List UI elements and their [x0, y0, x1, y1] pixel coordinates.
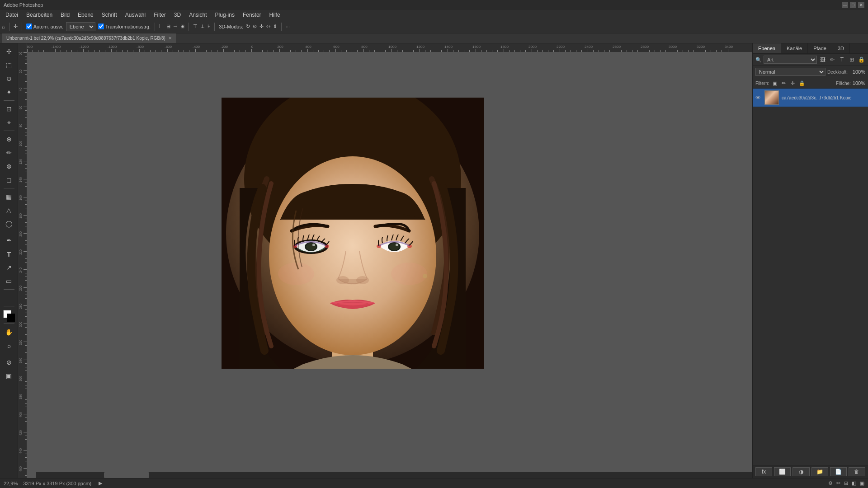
- 3d-btn-4[interactable]: ⇔: [266, 23, 270, 29]
- more-tools-btn[interactable]: ···: [286, 24, 290, 29]
- menu-bild[interactable]: Bild: [57, 11, 73, 19]
- menu-datei[interactable]: Datei: [2, 11, 22, 19]
- pen-tool[interactable]: ✒: [3, 234, 15, 247]
- tab-kanaele[interactable]: Kanäle: [781, 43, 808, 53]
- new-group-btn[interactable]: 📁: [811, 467, 828, 476]
- horizontal-scrollbar-thumb[interactable]: [104, 472, 149, 478]
- minimize-button[interactable]: —: [842, 2, 848, 8]
- shape-tool[interactable]: ▭: [3, 275, 15, 287]
- lock-pixels-btn[interactable]: ✏: [780, 80, 788, 87]
- app-title: Adobe Photoshop: [4, 2, 43, 8]
- menu-3d[interactable]: 3D: [170, 11, 184, 19]
- status-icon-4[interactable]: ◧: [852, 480, 856, 486]
- layer-visibility-toggle[interactable]: 👁: [755, 94, 762, 101]
- menu-ansicht[interactable]: Ansicht: [185, 11, 210, 19]
- hand-tool[interactable]: ✋: [3, 326, 15, 338]
- 3d-btn-2[interactable]: ⊙: [253, 23, 257, 29]
- menu-hilfe[interactable]: Hilfe: [266, 11, 284, 19]
- eyedrop-tool[interactable]: ⌖: [3, 116, 15, 129]
- status-icon-3[interactable]: ⊞: [844, 480, 848, 486]
- lock-transparent-btn[interactable]: ▣: [771, 80, 778, 87]
- menu-filter[interactable]: Filter: [150, 11, 170, 19]
- status-icon-5[interactable]: ▣: [860, 480, 864, 486]
- document-tab-name: Unbenannt-1 bei 22,9% (ca7aedc30a2d3c90d…: [6, 36, 165, 41]
- tab-ebenen[interactable]: Ebenen: [753, 43, 781, 53]
- magic-wand-tool[interactable]: ✦: [3, 86, 15, 99]
- color-swatch[interactable]: [3, 310, 15, 322]
- transform-checkbox-item[interactable]: Transformationsstrg.: [98, 23, 151, 29]
- close-button[interactable]: ✕: [858, 2, 864, 8]
- layer-toolbar-btn-2[interactable]: ✏: [828, 56, 836, 64]
- extra-tools-btn[interactable]: ···: [3, 291, 15, 304]
- opacity-value[interactable]: 100%: [849, 69, 865, 75]
- status-icon-1[interactable]: ⚙: [828, 480, 833, 486]
- menu-ebene[interactable]: Ebene: [74, 11, 97, 19]
- layer-toolbar-btn-1[interactable]: 🖼: [819, 56, 826, 64]
- menu-bearbeiten[interactable]: Bearbeiten: [23, 11, 56, 19]
- align-bottom-btn[interactable]: ⊦: [208, 23, 210, 29]
- path-select-tool[interactable]: ↗: [3, 261, 15, 274]
- move-tool-btn[interactable]: ✢: [14, 23, 18, 29]
- align-center-btn[interactable]: ⊟: [166, 23, 170, 29]
- background-color[interactable]: [7, 314, 15, 322]
- horizontal-scrollbar[interactable]: [36, 472, 752, 478]
- 3d-rotate-icon: ↻: [246, 23, 250, 29]
- layer-toolbar-btn-4[interactable]: ⊞: [848, 56, 855, 64]
- blur-tool[interactable]: △: [3, 204, 15, 216]
- crop-tool[interactable]: ⊡: [3, 103, 15, 115]
- menu-schrift[interactable]: Schrift: [98, 11, 121, 19]
- auto-select-checkbox[interactable]: Autom. ausw.: [26, 23, 63, 29]
- 3d-btn-3[interactable]: ✛: [259, 23, 264, 29]
- layer-item[interactable]: 👁 ca7aedc30a2d3c...f73db2b1 Kopie: [753, 89, 868, 107]
- image-container[interactable]: [222, 98, 484, 369]
- zoom-tool[interactable]: ⌕: [3, 339, 15, 352]
- home-btn[interactable]: ⌂: [2, 24, 5, 29]
- tab-3d[interactable]: 3D: [832, 43, 850, 53]
- menu-plugins[interactable]: Plug-ins: [212, 11, 238, 19]
- dodge-tool[interactable]: ◯: [3, 217, 15, 230]
- tab-pfade[interactable]: Pfade: [808, 43, 832, 53]
- brush-tool[interactable]: ✏: [3, 146, 15, 159]
- toolbox-sep-3: [4, 188, 14, 188]
- move-tool[interactable]: ✢: [3, 45, 15, 58]
- add-adjustment-btn[interactable]: ◑: [793, 467, 809, 476]
- document-tab-close[interactable]: ✕: [168, 36, 172, 41]
- canvas-area[interactable]: [18, 43, 752, 478]
- heal-tool[interactable]: ⊕: [3, 133, 15, 145]
- canvas-viewport[interactable]: [27, 52, 752, 478]
- lock-all-btn[interactable]: 🔒: [798, 80, 806, 87]
- add-fx-btn[interactable]: fx: [755, 467, 772, 476]
- select-rect-tool[interactable]: ⬚: [3, 59, 15, 71]
- screen-mode-btn[interactable]: ▣: [3, 370, 15, 382]
- document-tab[interactable]: Unbenannt-1 bei 22,9% (ca7aedc30a2d3c90d…: [2, 33, 177, 43]
- new-layer-btn[interactable]: 📄: [830, 467, 847, 476]
- fill-value[interactable]: 100%: [853, 80, 865, 86]
- align-right-btn[interactable]: ⊣: [173, 23, 178, 29]
- menu-fenster[interactable]: Fenster: [239, 11, 265, 19]
- 3d-btn-5[interactable]: ⇕: [273, 23, 277, 29]
- quick-mask-btn[interactable]: ⊘: [3, 356, 15, 369]
- stamp-tool[interactable]: ⊗: [3, 160, 15, 173]
- eraser-tool[interactable]: ◻: [3, 174, 15, 186]
- delete-layer-btn[interactable]: 🗑: [849, 467, 865, 476]
- 3d-btn-1[interactable]: ↻: [246, 23, 250, 29]
- layer-select[interactable]: Ebene Gruppe: [66, 22, 95, 31]
- text-tool[interactable]: T: [3, 248, 15, 260]
- align-bottom-icon: ⊦: [208, 23, 210, 29]
- menu-auswahl[interactable]: Auswahl: [122, 11, 149, 19]
- add-mask-btn[interactable]: ⬜: [774, 467, 791, 476]
- nav-arrow[interactable]: ▶: [99, 480, 102, 486]
- gradient-tool[interactable]: ▦: [3, 190, 15, 203]
- lasso-tool[interactable]: ⊙: [3, 72, 15, 85]
- align-middle-btn[interactable]: ⊥: [200, 23, 205, 29]
- lock-position-btn[interactable]: ✛: [789, 80, 797, 87]
- layer-toolbar-btn-3[interactable]: T: [838, 56, 846, 64]
- distribute-btn[interactable]: ⊞: [180, 23, 184, 29]
- status-icon-2[interactable]: ✂: [836, 480, 840, 486]
- layer-type-select[interactable]: Art Pixel Einstellungsebene: [764, 56, 817, 64]
- maximize-button[interactable]: □: [850, 2, 856, 8]
- align-top-btn[interactable]: ⊤: [193, 23, 198, 29]
- layer-toolbar-btn-5[interactable]: 🔒: [858, 56, 865, 64]
- blend-mode-select[interactable]: Normal Auflösen Abdunkeln Multiplizieren…: [755, 68, 826, 76]
- align-left-btn[interactable]: ⊢: [159, 23, 164, 29]
